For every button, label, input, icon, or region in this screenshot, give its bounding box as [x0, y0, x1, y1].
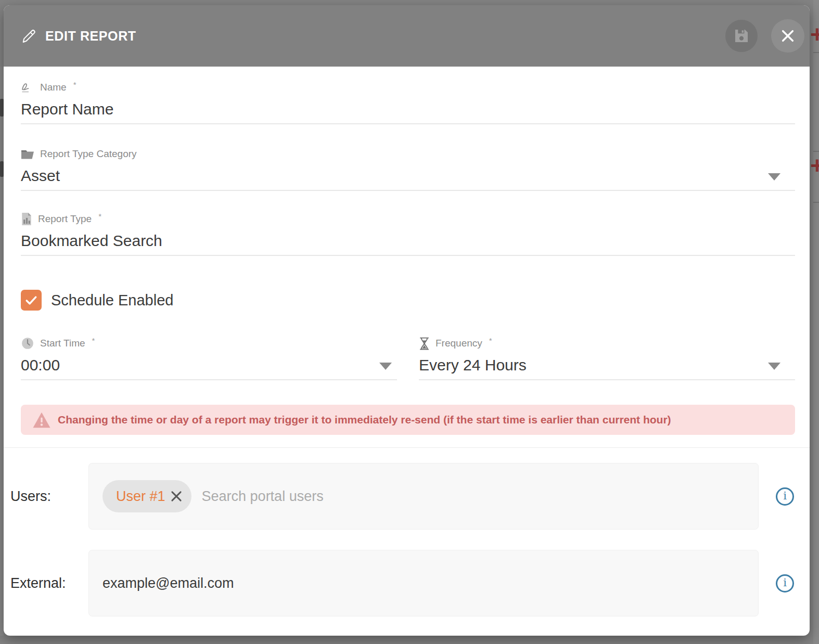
- required-asterisk: *: [98, 210, 101, 223]
- save-button[interactable]: [725, 20, 758, 52]
- modal-header: EDIT REPORT: [4, 5, 810, 67]
- report-type-field[interactable]: Report Type * Bookmarked Search: [21, 212, 795, 256]
- users-search-input[interactable]: [202, 488, 749, 505]
- chevron-down-icon: [768, 363, 780, 370]
- chip-remove-icon[interactable]: [169, 488, 184, 504]
- external-info-icon[interactable]: i: [776, 574, 794, 593]
- section-divider: [4, 447, 810, 448]
- users-row: Users: User #1 i: [10, 463, 795, 530]
- start-time-label: Start Time: [40, 337, 85, 350]
- user-chip-label: User #1: [116, 488, 165, 505]
- frequency-select[interactable]: Frequency * Every 24 Hours: [419, 337, 795, 380]
- users-info-icon[interactable]: i: [776, 487, 794, 506]
- schedule-checkbox[interactable]: [21, 290, 42, 311]
- users-label: Users:: [10, 488, 88, 505]
- background-plus-icon: +: [810, 155, 819, 176]
- users-search-box[interactable]: User #1: [88, 463, 759, 530]
- chevron-down-icon: [768, 173, 780, 181]
- edit-report-modal: EDIT REPORT: [4, 5, 810, 636]
- external-email-box[interactable]: [88, 550, 759, 616]
- folder-icon: [21, 148, 34, 160]
- category-value: Asset: [21, 167, 60, 184]
- name-label: Name: [40, 81, 67, 94]
- background-plus-icon: +: [810, 24, 819, 45]
- report-type-label: Report Type: [38, 212, 92, 226]
- name-field[interactable]: Name * Report Name: [21, 81, 795, 124]
- close-icon: [779, 28, 796, 44]
- required-asterisk: *: [73, 78, 76, 92]
- name-value: Report Name: [21, 100, 113, 118]
- save-icon: [733, 28, 750, 44]
- report-doc-icon: [21, 212, 32, 226]
- pencil-icon: [21, 28, 37, 44]
- schedule-warning-banner: Changing the time or day of a report may…: [21, 405, 795, 435]
- required-asterisk: *: [92, 334, 95, 347]
- required-asterisk: *: [489, 334, 492, 347]
- external-email-input[interactable]: [103, 575, 749, 591]
- hourglass-icon: [419, 337, 430, 350]
- close-button[interactable]: [771, 19, 804, 53]
- start-time-value: 00:00: [21, 356, 60, 373]
- frequency-value: Every 24 Hours: [419, 356, 527, 373]
- schedule-label: Schedule Enabled: [51, 292, 173, 309]
- signature-icon: [21, 81, 34, 94]
- background-right-edge: + +: [813, 0, 819, 644]
- clock-icon: [21, 337, 34, 350]
- user-chip[interactable]: User #1: [103, 480, 191, 512]
- chevron-down-icon: [379, 363, 392, 370]
- external-label: External:: [10, 575, 88, 591]
- modal-title: EDIT REPORT: [45, 29, 136, 44]
- frequency-label: Frequency: [436, 337, 482, 350]
- background-left-edge: [0, 67, 4, 636]
- external-row: External: i: [10, 550, 795, 616]
- warning-icon: [32, 411, 51, 429]
- start-time-select[interactable]: Start Time * 00:00: [21, 337, 397, 380]
- category-label: Report Type Category: [40, 147, 137, 161]
- check-icon: [24, 293, 39, 307]
- report-type-value: Bookmarked Search: [21, 232, 162, 249]
- report-type-category-select[interactable]: Report Type Category Asset: [21, 147, 795, 191]
- warning-text: Changing the time or day of a report may…: [58, 414, 671, 426]
